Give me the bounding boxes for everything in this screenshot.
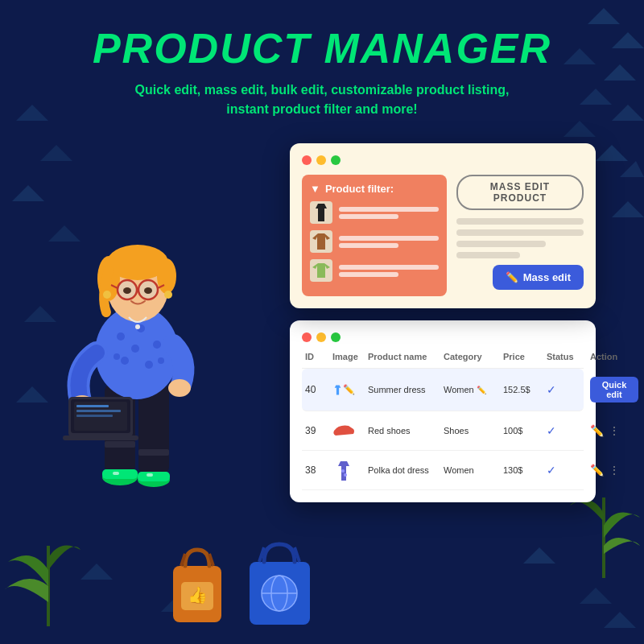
col-category: Category [444, 352, 500, 361]
col-id: ID [305, 352, 329, 361]
svg-rect-61 [76, 415, 113, 417]
filter-lines-3 [339, 265, 439, 277]
right-panel: MASS EDIT PRODUCT ✏️ Mass edit [456, 175, 584, 290]
table-row: 38 Polka dot dress Women 130$ ✓ ✏️ [302, 451, 584, 490]
filter-item-icon-1 [310, 201, 332, 224]
svg-point-54 [164, 291, 172, 299]
status-check: ✓ [547, 424, 587, 437]
svg-rect-31 [147, 473, 153, 477]
edit-icon-btn: ✏️ [506, 271, 518, 283]
svg-point-35 [153, 341, 161, 349]
svg-point-66 [344, 473, 347, 477]
filter-item-icon-3 [310, 259, 332, 282]
row-id: 40 [305, 384, 329, 395]
status-check: ✓ [547, 464, 587, 477]
table-row: 40 ✏️ Summer dress Women ✏️ 152.5$ ✓ Qu [302, 369, 584, 411]
col-price: Price [503, 352, 543, 361]
product-image [332, 419, 355, 442]
svg-rect-59 [76, 405, 109, 407]
row-id: 38 [305, 464, 329, 476]
filter-title: ▼ Product filter: [310, 183, 439, 195]
status-check: ✓ [547, 383, 587, 396]
more-icon[interactable]: ⋮ [609, 464, 620, 477]
filter-panel: ▼ Product filter: [302, 175, 447, 296]
svg-point-33 [117, 332, 125, 341]
titlebar-bottom [302, 332, 584, 342]
more-icon[interactable]: ⋮ [609, 424, 620, 437]
right-lines [456, 218, 584, 258]
header-section: PRODUCT MANAGER Quick edit, mass edit, b… [0, 0, 644, 119]
svg-point-40 [158, 357, 164, 364]
filter-lines-2 [339, 236, 439, 248]
svg-rect-25 [138, 449, 169, 456]
svg-point-53 [103, 291, 111, 299]
svg-point-38 [131, 345, 139, 353]
edit-icon[interactable]: ✏️ [590, 424, 604, 437]
price: 152.5$ [503, 385, 543, 394]
price: 100$ [503, 426, 543, 436]
mass-edit-button[interactable]: ✏️ Mass edit [493, 265, 584, 290]
product-name: Polka dot dress [368, 465, 440, 475]
character-illustration [48, 151, 209, 538]
edit-icon[interactable]: ✏️ [590, 464, 604, 477]
category: Women ✏️ [444, 385, 500, 394]
svg-point-45 [157, 258, 176, 294]
pencil-icon: ✏️ [477, 386, 486, 394]
shopping-bag-blue [242, 530, 318, 626]
filter-lines-1 [339, 207, 439, 219]
col-product-name: Product name [368, 352, 440, 361]
svg-rect-62 [63, 436, 138, 440]
filter-item-1 [310, 201, 439, 224]
category: Shoes [444, 426, 500, 436]
svg-point-39 [114, 353, 120, 360]
product-table: ID Image Product name Category Price Sta… [302, 352, 584, 490]
svg-point-63 [168, 379, 191, 397]
svg-point-36 [121, 357, 129, 365]
mass-edit-product-button[interactable]: MASS EDIT PRODUCT [456, 175, 584, 210]
row-id: 39 [305, 425, 329, 436]
product-image: ✏️ [332, 378, 355, 401]
dot-yellow [316, 155, 326, 165]
product-image [332, 459, 355, 481]
svg-point-64 [135, 324, 140, 329]
table-row: 39 Red shoes Shoes 100$ ✓ ✏️ ⋮ [302, 411, 584, 451]
svg-rect-28 [102, 469, 138, 479]
dot-yellow-2 [316, 332, 326, 342]
price: 130$ [503, 465, 543, 475]
dot-red [302, 155, 312, 165]
svg-rect-29 [138, 472, 170, 481]
quick-edit-button[interactable]: Quick edit [590, 377, 638, 402]
svg-point-51 [123, 287, 131, 294]
windows-container: ▼ Product filter: [290, 143, 612, 502]
dot-green [331, 155, 341, 165]
filter-item-2 [310, 230, 439, 253]
page-title: PRODUCT MANAGER [0, 24, 644, 72]
product-name: Red shoes [368, 426, 440, 436]
svg-rect-30 [113, 472, 119, 475]
page-subtitle: Quick edit, mass edit, bulk edit, custom… [0, 80, 644, 119]
category: Women [444, 465, 500, 475]
svg-text:👍: 👍 [188, 585, 208, 605]
product-name: Summer dress [368, 385, 440, 394]
dot-green-2 [331, 332, 341, 342]
filter-icon: ▼ [310, 183, 320, 195]
titlebar-top [302, 155, 584, 165]
col-image: Image [332, 352, 365, 361]
dot-red-2 [302, 332, 312, 342]
product-table-window: ID Image Product name Category Price Sta… [290, 320, 596, 502]
col-action: Action [590, 352, 638, 361]
shopping-bag-brown: 👍 [161, 538, 233, 626]
filter-window: ▼ Product filter: [290, 143, 596, 308]
svg-point-52 [144, 287, 152, 294]
svg-rect-24 [105, 441, 135, 448]
table-header: ID Image Product name Category Price Sta… [302, 352, 584, 369]
svg-point-37 [145, 361, 153, 369]
svg-point-65 [341, 469, 345, 473]
filter-item-3 [310, 259, 439, 282]
filter-item-icon-2 [310, 230, 332, 253]
col-status: Status [547, 352, 587, 361]
svg-rect-60 [76, 410, 121, 412]
